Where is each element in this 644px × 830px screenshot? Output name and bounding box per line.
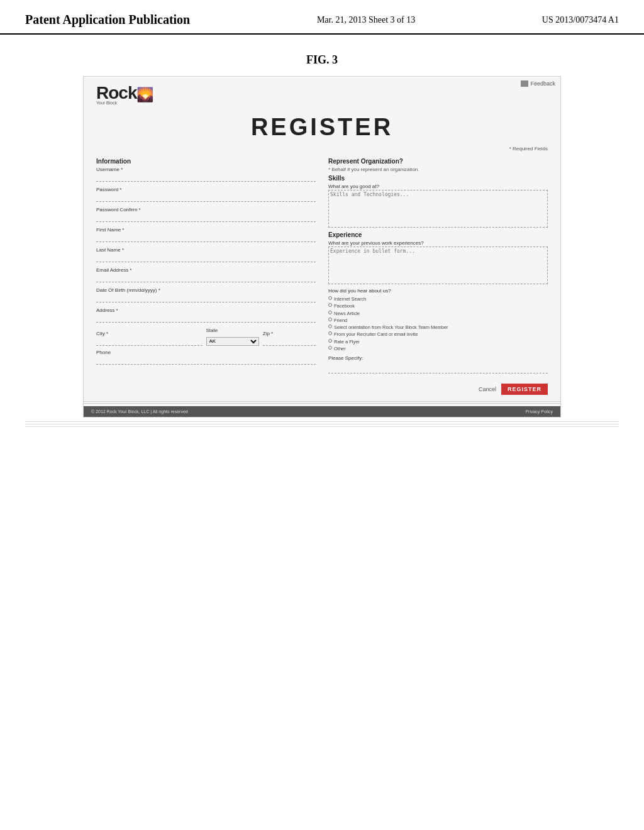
city-state-zip-row: City * State AK AL AZ CA CO FL bbox=[96, 328, 316, 346]
first-name-input[interactable] bbox=[96, 233, 316, 242]
cancel-button[interactable]: Cancel bbox=[479, 386, 496, 392]
email-field-group: Email Address * bbox=[96, 267, 316, 282]
first-name-label: First Name * bbox=[96, 227, 316, 233]
hear-option-orientation: Select orientation from Rock Your Block … bbox=[328, 324, 548, 331]
register-heading: REGISTER bbox=[84, 114, 560, 141]
information-section-title: Information bbox=[96, 158, 316, 165]
page-wrapper: FIG. 3 Feedback Rock🌄 Your Block REGISTE… bbox=[0, 53, 644, 441]
hear-option-recruiter-label: From your Recruiter Card or email invite bbox=[334, 331, 418, 338]
state-label: State bbox=[206, 328, 259, 333]
logo-area: Rock🌄 Your Block bbox=[84, 77, 560, 108]
city-input[interactable] bbox=[96, 337, 203, 346]
hear-options-list: Internet Search Facebook News Article bbox=[328, 296, 548, 352]
state-field-group: State AK AL AZ CA CO FL GA HI NY bbox=[206, 328, 259, 346]
address-label: Address * bbox=[96, 307, 316, 313]
hear-label: How did you hear about us? bbox=[328, 288, 548, 294]
page-footer: © 2012 Rock Your Block, LLC | All rights… bbox=[84, 406, 560, 417]
form-footer: Cancel REGISTER bbox=[84, 380, 560, 400]
radio-recruiter[interactable] bbox=[328, 331, 332, 335]
radio-facebook[interactable] bbox=[328, 303, 332, 307]
last-name-input[interactable] bbox=[96, 253, 316, 262]
hear-section: How did you hear about us? Internet Sear… bbox=[328, 288, 548, 352]
email-input[interactable] bbox=[96, 274, 316, 282]
password-confirm-label: Password Confirm * bbox=[96, 207, 316, 213]
represent-title: Represent Organization? bbox=[328, 158, 548, 165]
username-field-group: Username * bbox=[96, 167, 316, 182]
zip-field-group: Zip * bbox=[263, 331, 316, 346]
password-label: Password * bbox=[96, 187, 316, 192]
footer-link[interactable]: Privacy Policy bbox=[525, 409, 553, 414]
hear-option-facebook: Facebook bbox=[328, 302, 548, 309]
dob-field-group: Date Of Birth (mm/dd/yyyy) * bbox=[96, 287, 316, 302]
experience-textarea[interactable] bbox=[328, 246, 548, 284]
last-name-field-group: Last Name * bbox=[96, 247, 316, 262]
patent-header: Patent Application Publication Mar. 21, … bbox=[0, 0, 644, 35]
radio-other[interactable] bbox=[328, 346, 332, 350]
register-button[interactable]: REGISTER bbox=[501, 384, 548, 395]
phone-field-group: Phone bbox=[96, 350, 316, 365]
experience-section: Experience What are your previous work e… bbox=[328, 231, 548, 284]
username-label: Username * bbox=[96, 167, 316, 172]
radio-friend[interactable] bbox=[328, 318, 332, 321]
hear-option-orientation-label: Select orientation from Rock Your Block … bbox=[334, 324, 448, 331]
phone-label: Phone bbox=[96, 350, 316, 355]
radio-internet[interactable] bbox=[328, 296, 332, 300]
logo-text: Rock🌄 bbox=[96, 84, 548, 102]
form-body: Information Username * Password * Passwo… bbox=[84, 154, 560, 380]
password-input[interactable] bbox=[96, 193, 316, 202]
radio-orientation[interactable] bbox=[328, 324, 332, 328]
form-left: Information Username * Password * Passwo… bbox=[96, 158, 316, 374]
patent-date: Mar. 21, 2013 Sheet 3 of 13 bbox=[317, 13, 415, 25]
hear-option-friend-label: Friend bbox=[334, 317, 347, 324]
patent-title: Patent Application Publication bbox=[25, 13, 190, 27]
skills-textarea[interactable] bbox=[328, 190, 548, 228]
dob-input[interactable] bbox=[96, 294, 316, 302]
password-confirm-field-group: Password Confirm * bbox=[96, 207, 316, 222]
hear-option-news-label: News Article bbox=[334, 310, 360, 317]
please-specify-label: Please Specify: bbox=[328, 355, 548, 361]
hear-option-facebook-label: Facebook bbox=[334, 302, 355, 309]
experience-label: What are your previous work experiences? bbox=[328, 240, 548, 246]
address-field-group: Address * bbox=[96, 307, 316, 323]
please-specify-input[interactable] bbox=[328, 365, 548, 374]
phone-input[interactable] bbox=[96, 356, 316, 365]
represent-sublabel: * Behalf if you represent an organizatio… bbox=[328, 167, 548, 172]
address-input[interactable] bbox=[96, 314, 316, 323]
last-name-label: Last Name * bbox=[96, 247, 316, 253]
first-name-field-group: First Name * bbox=[96, 227, 316, 242]
radio-news[interactable] bbox=[328, 311, 332, 314]
hear-option-news: News Article bbox=[328, 310, 548, 317]
hear-option-other: Other bbox=[328, 345, 548, 352]
hear-option-internet-label: Internet Search bbox=[334, 296, 366, 302]
patent-number: US 2013/0073474 A1 bbox=[542, 13, 619, 25]
skills-label: What are you good at? bbox=[328, 184, 548, 189]
hear-option-flyer-label: Rate a Flyer bbox=[334, 338, 360, 345]
form-right: Represent Organization? * Behalf if you … bbox=[328, 158, 548, 374]
radio-flyer[interactable] bbox=[328, 339, 332, 343]
city-field-group: City * bbox=[96, 331, 203, 346]
figure-label: FIG. 3 bbox=[25, 53, 619, 67]
required-note: * Required Fields bbox=[84, 146, 560, 154]
footer-copyright: © 2012 Rock Your Block, LLC | All rights… bbox=[91, 409, 188, 414]
decorative-lines bbox=[84, 401, 560, 405]
hear-option-friend: Friend bbox=[328, 317, 548, 324]
skills-section: Skills What are you good at? bbox=[328, 175, 548, 228]
username-input[interactable] bbox=[96, 173, 316, 182]
email-label: Email Address * bbox=[96, 267, 316, 273]
hear-option-other-label: Other bbox=[334, 345, 346, 352]
hear-option-internet: Internet Search bbox=[328, 296, 548, 302]
city-label: City * bbox=[96, 331, 203, 336]
zip-input[interactable] bbox=[263, 337, 316, 346]
state-select[interactable]: AK AL AZ CA CO FL GA HI NY TX bbox=[206, 337, 259, 346]
zip-label: Zip * bbox=[263, 331, 316, 336]
logo-subtitle: Your Block bbox=[96, 101, 548, 105]
bottom-lines bbox=[25, 421, 619, 429]
dob-label: Date Of Birth (mm/dd/yyyy) * bbox=[96, 287, 316, 293]
figure-content: Feedback Rock🌄 Your Block REGISTER * Req… bbox=[83, 76, 561, 418]
password-confirm-input[interactable] bbox=[96, 213, 316, 222]
password-field-group: Password * bbox=[96, 187, 316, 202]
experience-title: Experience bbox=[328, 231, 548, 238]
hear-option-recruiter: From your Recruiter Card or email invite bbox=[328, 331, 548, 338]
hear-option-flyer: Rate a Flyer bbox=[328, 338, 548, 345]
skills-title: Skills bbox=[328, 175, 548, 182]
